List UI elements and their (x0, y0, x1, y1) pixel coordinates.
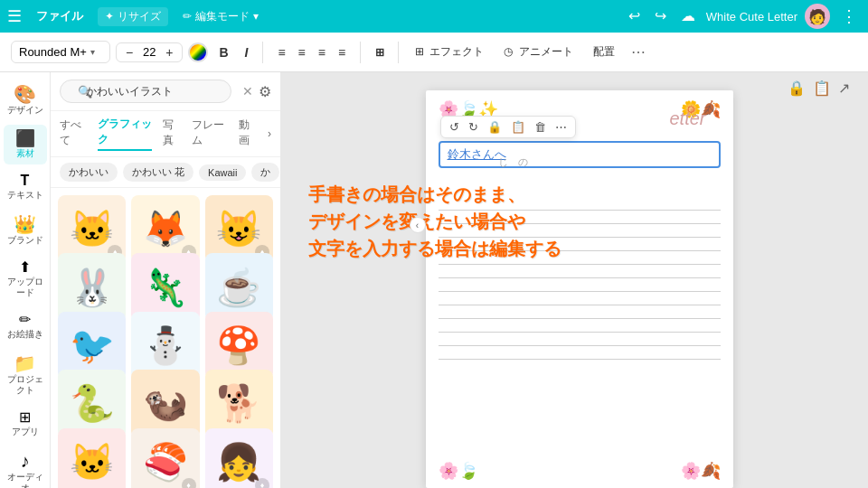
asset-emoji: 🐦 (70, 324, 115, 367)
asset-item[interactable]: 🐱 (58, 428, 126, 488)
sel-rotate-right-btn[interactable]: ↻ (466, 119, 481, 135)
assets-grid: 🐱 ♦ 🦊 ♦ 😺 ♦ 🐰 🦎 ☕ 🐦 (51, 188, 280, 488)
resize-icon: ✦ (105, 10, 114, 23)
position-button[interactable]: 配置 (586, 41, 622, 63)
align-line-button[interactable]: ≡ (333, 42, 351, 63)
sidebar-item-project[interactable]: 📁 プロジェクト (4, 349, 47, 401)
resize-button[interactable]: ✦ リサイズ (98, 7, 168, 26)
edit-mode-button[interactable]: ✏ 編集モード ▾ (175, 7, 266, 26)
sidebar-item-label-brand: ブランド (7, 235, 43, 246)
font-size-value[interactable]: 22 (138, 45, 160, 59)
asset-emoji: 🐍 (70, 382, 115, 425)
edit-label: 編集モード (195, 9, 250, 24)
page-line (439, 237, 721, 238)
italic-button[interactable]: I (240, 42, 254, 63)
canvas-lock-icon[interactable]: 🔒 (788, 80, 806, 97)
search-filter-button[interactable]: ⚙ (259, 83, 271, 100)
sidebar-item-label-text: テキスト (7, 190, 43, 201)
sidebar-item-assets[interactable]: ⬛ 素材 (4, 125, 47, 164)
page-line (439, 332, 721, 333)
font-size-minus-button[interactable]: − (122, 45, 137, 60)
sel-copy-btn[interactable]: 📋 (508, 119, 528, 135)
sidebar-item-design[interactable]: 🎨 デザイン (4, 80, 47, 121)
asset-emoji: 🍄 (216, 324, 261, 367)
toolbar-more-button[interactable]: ⋯ (627, 42, 649, 62)
cloud-save-icon[interactable]: ☁ (677, 5, 699, 27)
tag-kawaii-en[interactable]: Kawaii (199, 164, 246, 181)
tab-frame[interactable]: フレーム (192, 117, 228, 150)
deco-bottom-left: 🌸🍃 (439, 461, 478, 481)
sidebar-item-draw[interactable]: ✏ お絵描き (4, 307, 47, 345)
sidebar-item-label-design: デザイン (7, 105, 43, 116)
animate-icon: ◷ (504, 45, 513, 58)
hamburger-icon[interactable]: ☰ (7, 6, 22, 26)
sidebar-item-upload[interactable]: ⬆ アップロード (4, 255, 47, 304)
sel-rotate-left-btn[interactable]: ↺ (447, 119, 462, 135)
asset-item[interactable]: 🍣 ♦ (131, 428, 199, 488)
asset-emoji: 🦦 (143, 382, 188, 425)
canvas-export-icon[interactable]: ↗ (838, 80, 850, 97)
effect-button[interactable]: ⊞ エフェクト (408, 41, 491, 63)
tag-kawaii[interactable]: かわいい (60, 163, 118, 182)
sel-delete-btn[interactable]: 🗑 (532, 119, 549, 135)
canvas-area[interactable]: 🔒 📋 ↗ ‹ 🌸🍃✨ 🌼🍂 etter ↺ ↻ 🔒 📋 (281, 72, 868, 488)
avatar[interactable]: 🧑 (805, 4, 830, 29)
animate-button[interactable]: ◷ アニメート (496, 41, 580, 63)
deco-bottom-right: 🌸🍂 (681, 461, 721, 481)
file-menu-button[interactable]: ファイル (29, 6, 90, 26)
sidebar-item-brand[interactable]: 👑 ブランド (4, 210, 47, 251)
edit-icon: ✏ (183, 10, 192, 23)
edit-arrow-icon: ▾ (253, 10, 259, 23)
tabs-more-icon[interactable]: › (268, 127, 271, 140)
canvas-page: 🌸🍃✨ 🌼🍂 etter ↺ ↻ 🔒 📋 🗑 ⋯ 鈴木さんへ じ の (426, 90, 733, 488)
sidebar-item-audio[interactable]: ♪ オーディオ (4, 446, 47, 488)
more-options-icon[interactable]: ⋮ (837, 5, 861, 28)
search-wrapper: 🔍 (60, 80, 237, 103)
font-size-control: − 22 + (116, 42, 183, 62)
align-left-button[interactable]: ≡ (272, 42, 290, 63)
asset-emoji: 🍣 (143, 441, 188, 483)
cursor-text: じ の (498, 155, 528, 169)
text-icon: T (21, 174, 30, 188)
tab-photo[interactable]: 写真 (163, 117, 181, 150)
page-line (439, 277, 721, 278)
font-selector[interactable]: Rounded M+ ▾ (11, 41, 110, 63)
sidebar-item-apps[interactable]: ⊞ アプリ (4, 405, 47, 443)
audio-icon: ♪ (21, 452, 30, 470)
tab-graphic[interactable]: グラフィック (98, 117, 152, 151)
search-clear-button[interactable]: ✕ (242, 84, 253, 99)
canvas-copy-icon[interactable]: 📋 (813, 80, 831, 97)
text-color-button[interactable] (188, 42, 208, 62)
tab-all[interactable]: すべて (60, 117, 87, 150)
recipient-text[interactable]: 鈴木さんへ (440, 143, 719, 166)
page-line (439, 264, 721, 265)
bold-button[interactable]: B (213, 42, 233, 63)
sel-more-btn[interactable]: ⋯ (552, 119, 570, 135)
search-icon: 🔍 (78, 85, 92, 99)
font-size-plus-button[interactable]: + (162, 45, 176, 60)
sel-lock-btn[interactable]: 🔒 (485, 119, 505, 135)
redo-button[interactable]: ↪ (651, 5, 670, 27)
tag-kawaii-hana[interactable]: かわいい 花 (123, 163, 193, 182)
design-icon: 🎨 (14, 85, 36, 103)
tab-video[interactable]: 動画 (239, 117, 257, 150)
divider2 (360, 42, 361, 63)
sidebar-item-label-upload: アップロード (7, 277, 43, 298)
undo-button[interactable]: ↩ (625, 5, 644, 27)
panel-collapse-button[interactable]: ‹ (410, 217, 426, 233)
sidebar-item-label-audio: オーディオ (7, 472, 43, 488)
alignment-buttons: ≡ ≡ ≡ ≡ (272, 42, 351, 63)
texture-button[interactable]: ⊞ (370, 42, 389, 62)
assets-icon: ⬛ (15, 130, 35, 146)
asset-item[interactable]: 👧 ♦ (205, 428, 273, 488)
selection-toolbar: ↺ ↻ 🔒 📋 🗑 ⋯ (440, 116, 576, 138)
sidebar-item-text[interactable]: T テキスト (4, 168, 47, 206)
page-header-etter: etter (669, 108, 705, 129)
align-center-button[interactable]: ≡ (293, 42, 311, 63)
main-area: 🎨 デザイン ⬛ 素材 T テキスト 👑 ブランド ⬆ アップロード ✏ お絵描… (0, 72, 868, 488)
asset-emoji: ☕ (216, 267, 261, 309)
align-list-button[interactable]: ≡ (313, 42, 331, 63)
tag-ka[interactable]: か (251, 163, 279, 182)
selected-text-element[interactable]: ↺ ↻ 🔒 📋 🗑 ⋯ 鈴木さんへ (439, 141, 721, 168)
asset-emoji: 🦎 (143, 267, 188, 309)
